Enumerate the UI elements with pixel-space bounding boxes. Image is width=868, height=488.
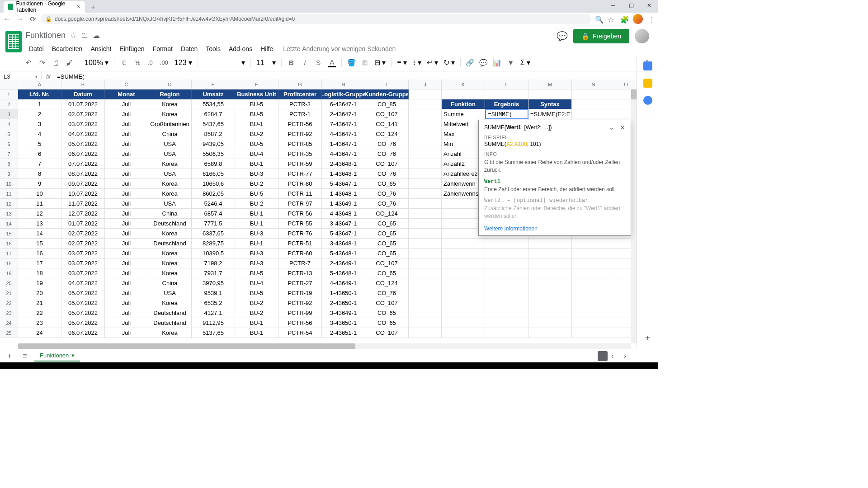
table-header-cell[interactable]: Logistik-Gruppe — [322, 89, 365, 99]
data-cell[interactable]: 16 — [18, 249, 61, 258]
cell[interactable] — [572, 109, 615, 119]
data-cell[interactable]: 9539,1 — [192, 288, 235, 298]
cell[interactable] — [485, 258, 528, 268]
column-header[interactable]: B — [61, 80, 105, 89]
data-cell[interactable]: 18 — [18, 268, 61, 278]
data-cell[interactable]: CO_107 — [365, 258, 409, 268]
data-cell[interactable]: 6337,65 — [192, 229, 235, 239]
data-cell[interactable]: Korea — [148, 229, 192, 239]
data-cell[interactable]: 5-43648-1 — [322, 249, 365, 258]
cell[interactable] — [442, 278, 485, 288]
chevron-down-icon[interactable]: ▾ — [71, 352, 75, 359]
table-header-cell[interactable]: Kunden-Gruppe — [365, 89, 409, 99]
data-cell[interactable]: 2-43647-1 — [322, 109, 365, 119]
data-cell[interactable]: 6589,8 — [192, 159, 235, 169]
reload-button[interactable]: ⟳ — [28, 14, 37, 23]
data-cell[interactable]: CO_76 — [365, 199, 409, 209]
data-cell[interactable]: Deutschland — [148, 239, 192, 249]
data-cell[interactable]: 7198,2 — [192, 258, 235, 268]
row-header[interactable]: 24 — [0, 318, 18, 328]
data-cell[interactable]: 06.07.2022 — [61, 149, 105, 159]
row-header[interactable]: 17 — [0, 249, 18, 258]
data-cell[interactable]: BU-4 — [235, 278, 278, 288]
cell[interactable] — [409, 288, 442, 298]
cell[interactable] — [409, 209, 442, 219]
data-cell[interactable]: 08.07.2022 — [61, 169, 105, 179]
row-header[interactable]: 3 — [0, 109, 18, 119]
chart-button[interactable]: 📊 — [491, 57, 503, 69]
cell[interactable] — [485, 268, 528, 278]
data-cell[interactable]: 01.07.2022 — [61, 219, 105, 229]
cell[interactable] — [409, 139, 442, 149]
menu-bearbeiten[interactable]: Bearbeiten — [48, 43, 86, 54]
data-cell[interactable]: PCTR-55 — [278, 219, 322, 229]
data-cell[interactable]: Korea — [148, 258, 192, 268]
cell[interactable] — [409, 229, 442, 239]
data-cell[interactable]: PCTR-56 — [278, 209, 322, 219]
data-cell[interactable]: 2-43651-1 — [322, 328, 365, 338]
cell[interactable] — [572, 239, 615, 249]
cell[interactable] — [572, 89, 615, 99]
data-cell[interactable]: CO_107 — [365, 298, 409, 308]
cell[interactable] — [528, 239, 572, 249]
cell[interactable] — [409, 268, 442, 278]
column-header[interactable]: N — [572, 80, 615, 89]
data-cell[interactable]: 20 — [18, 288, 61, 298]
data-cell[interactable]: 7 — [18, 159, 61, 169]
column-header[interactable]: I — [365, 80, 409, 89]
data-cell[interactable]: 02.07.2022 — [61, 229, 105, 239]
row-header[interactable]: 21 — [0, 288, 18, 298]
data-cell[interactable]: PCTR-13 — [278, 268, 322, 278]
cell[interactable] — [528, 298, 572, 308]
cell[interactable] — [409, 119, 442, 129]
data-cell[interactable]: 05.07.2022 — [61, 288, 105, 298]
sheets-logo-icon[interactable] — [5, 31, 22, 52]
func-header-cell[interactable]: Funktion — [442, 99, 485, 109]
data-cell[interactable]: 11.07.2022 — [61, 199, 105, 209]
data-cell[interactable]: CO_85 — [365, 99, 409, 109]
data-cell[interactable]: Großbritannien — [148, 119, 192, 129]
data-cell[interactable]: 13 — [18, 219, 61, 229]
column-header[interactable]: C — [105, 80, 148, 89]
link-button[interactable]: 🔗 — [464, 57, 476, 69]
filter-button[interactable]: ▼ — [505, 57, 517, 69]
zoom-icon[interactable]: 🔍 — [595, 15, 602, 23]
new-tab-button[interactable]: + — [88, 2, 99, 13]
data-cell[interactable]: Juli — [105, 229, 148, 239]
table-header-cell[interactable]: Monat — [105, 89, 148, 99]
row-header[interactable]: 20 — [0, 278, 18, 288]
data-cell[interactable]: CO_76 — [365, 149, 409, 159]
data-cell[interactable]: 6284,7 — [192, 109, 235, 119]
column-header[interactable]: O — [615, 80, 637, 89]
cell[interactable] — [485, 89, 528, 99]
wrap-button[interactable]: ↵▾ — [425, 58, 440, 67]
cell[interactable] — [409, 219, 442, 229]
data-cell[interactable]: Korea — [148, 189, 192, 199]
data-cell[interactable]: BU-1 — [235, 209, 278, 219]
select-all-corner[interactable] — [0, 80, 18, 89]
add-sheet-button[interactable]: + — [4, 350, 15, 362]
cell[interactable] — [485, 288, 528, 298]
currency-button[interactable]: € — [118, 57, 130, 69]
table-header-cell[interactable]: Region — [148, 89, 192, 99]
data-cell[interactable]: PCTR-85 — [278, 139, 322, 149]
font-size-dropdown[interactable]: 11▾ — [255, 58, 278, 67]
data-cell[interactable]: 5437,65 — [192, 119, 235, 129]
data-cell[interactable]: 7-43647-1 — [322, 119, 365, 129]
data-cell[interactable]: Juli — [105, 199, 148, 209]
cell[interactable] — [528, 318, 572, 328]
data-cell[interactable]: 24 — [18, 328, 61, 338]
data-cell[interactable]: 2-43648-1 — [322, 159, 365, 169]
data-cell[interactable]: 5246,4 — [192, 199, 235, 209]
strikethrough-button[interactable]: S — [312, 57, 324, 69]
data-cell[interactable]: Korea — [148, 179, 192, 189]
forward-button[interactable]: → — [15, 14, 24, 23]
menu-hilfe[interactable]: Hilfe — [257, 43, 277, 54]
data-cell[interactable]: Korea — [148, 328, 192, 338]
url-bar[interactable]: 🔒 docs.google.com/spreadsheets/d/1NQxJGA… — [41, 14, 591, 24]
cell[interactable] — [572, 298, 615, 308]
cell[interactable] — [409, 149, 442, 159]
data-cell[interactable]: BU-1 — [235, 159, 278, 169]
data-cell[interactable]: 12 — [18, 209, 61, 219]
data-cell[interactable]: 06.07.2022 — [61, 328, 105, 338]
